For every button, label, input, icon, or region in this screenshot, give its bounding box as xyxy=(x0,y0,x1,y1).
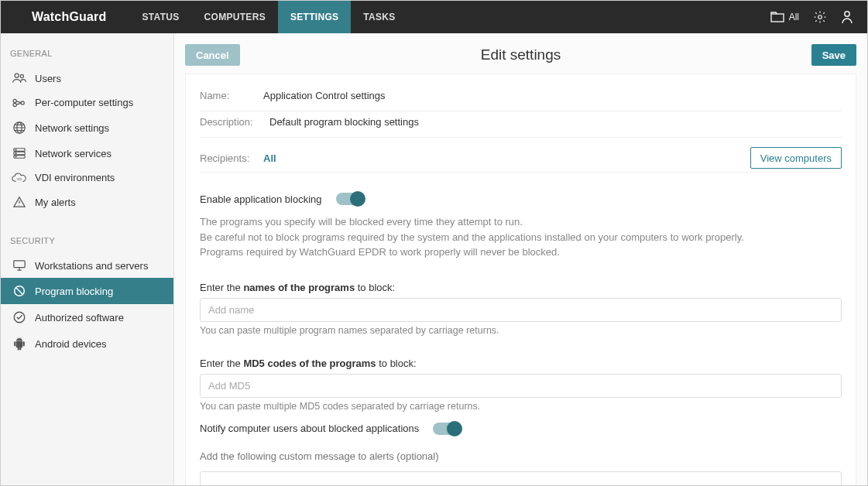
page-title: Edit settings xyxy=(481,46,561,63)
svg-rect-0 xyxy=(771,14,784,22)
nav-computers[interactable]: COMPUTERS xyxy=(192,1,278,33)
program-names-input[interactable] xyxy=(200,298,842,322)
sidebar-label: Workstations and servers xyxy=(35,260,148,272)
content-header: Cancel Edit settings Save xyxy=(185,43,856,67)
save-button[interactable]: Save xyxy=(811,44,856,66)
meta-name-row: Name: Application Control settings xyxy=(200,85,842,111)
topbar-right: All xyxy=(770,10,853,24)
svg-point-6 xyxy=(13,103,16,106)
program-names-block: Enter the names of the programs to block… xyxy=(200,282,842,336)
alert-icon xyxy=(12,196,27,208)
sidebar-item-my-alerts[interactable]: My alerts xyxy=(1,190,173,214)
settings-panel: Name: Application Control settings Descr… xyxy=(185,74,856,485)
sidebar-item-android[interactable]: Android devices xyxy=(1,330,173,357)
folder-icon xyxy=(770,12,784,22)
link-icon xyxy=(12,98,27,108)
help-line-2: Be careful not to block programs require… xyxy=(200,230,842,245)
sidebar-label: Network services xyxy=(35,148,112,159)
user-icon xyxy=(841,10,853,24)
sidebar-label: Users xyxy=(35,73,61,84)
sidebar-section-security: SECURITY xyxy=(1,231,173,253)
sidebar-label: Authorized software xyxy=(35,312,124,323)
enable-blocking-label: Enable application blocking xyxy=(200,193,322,205)
notify-label: Notify computer users about blocked appl… xyxy=(200,423,419,434)
nav-settings[interactable]: SETTINGS xyxy=(278,1,351,33)
sidebar-label: Android devices xyxy=(35,338,107,350)
globe-icon xyxy=(12,121,27,135)
svg-rect-17 xyxy=(14,261,25,268)
sidebar-label: Program blocking xyxy=(35,286,113,297)
svg-point-4 xyxy=(20,74,23,77)
meta-recip-row: Recipients: All View computers xyxy=(200,138,842,173)
sidebar-item-network-settings[interactable]: Network settings xyxy=(1,115,173,141)
sidebar-label: My alerts xyxy=(35,197,76,208)
sidebar-label: Per-computer settings xyxy=(35,97,133,108)
svg-point-19 xyxy=(14,312,25,323)
sidebar-item-users[interactable]: Users xyxy=(1,66,173,91)
cloud-vdi-icon: VDI xyxy=(12,173,27,183)
md5-label: Enter the MD5 codes of the programs to b… xyxy=(200,358,842,369)
scope-label: All xyxy=(789,12,799,22)
program-names-hint: You can paste multiple program names sep… xyxy=(200,325,842,336)
android-icon xyxy=(12,337,27,351)
gear-icon xyxy=(813,10,827,24)
svg-point-7 xyxy=(21,101,24,104)
monitor-icon xyxy=(12,259,27,272)
svg-point-2 xyxy=(845,12,849,16)
sidebar-label: Network settings xyxy=(35,122,109,134)
server-icon xyxy=(12,147,27,159)
notify-toggle[interactable] xyxy=(433,423,461,435)
desc-value[interactable]: Default program blocking settings xyxy=(269,116,419,128)
svg-point-15 xyxy=(15,156,16,157)
block-icon xyxy=(12,284,27,298)
help-line-1: The programs you specify will be blocked… xyxy=(200,214,842,230)
topbar: WatchGuard STATUS COMPUTERS SETTINGS TAS… xyxy=(1,1,867,33)
svg-text:VDI: VDI xyxy=(17,177,22,181)
name-label: Name: xyxy=(200,90,263,101)
name-value[interactable]: Application Control settings xyxy=(263,90,386,101)
svg-point-5 xyxy=(13,99,16,102)
svg-point-1 xyxy=(818,15,822,19)
sidebar-item-program-blocking[interactable]: Program blocking xyxy=(1,278,173,304)
sidebar: GENERAL Users Per-computer settings Netw… xyxy=(1,33,174,485)
cancel-button[interactable]: Cancel xyxy=(185,44,240,66)
users-icon xyxy=(12,72,27,84)
blocking-help-text: The programs you specify will be blocked… xyxy=(200,214,842,260)
sidebar-label: VDI environments xyxy=(35,172,115,183)
user-menu[interactable] xyxy=(841,10,853,24)
recip-label: Recipients: xyxy=(200,152,263,164)
scope-selector[interactable]: All xyxy=(770,12,799,22)
custom-message-input[interactable] xyxy=(200,471,842,486)
desc-label: Description: xyxy=(200,116,269,128)
svg-point-13 xyxy=(15,149,16,150)
nav-tasks[interactable]: TASKS xyxy=(351,1,407,33)
enable-blocking-toggle[interactable] xyxy=(336,193,364,205)
sidebar-item-authorized-software[interactable]: Authorized software xyxy=(1,304,173,330)
content: Cancel Edit settings Save Name: Applicat… xyxy=(174,33,867,485)
custom-message-block: Add the following custom message to aler… xyxy=(200,450,842,486)
program-names-label: Enter the names of the programs to block… xyxy=(200,282,842,293)
md5-hint: You can paste multiple MD5 codes separat… xyxy=(200,401,842,412)
sidebar-item-network-services[interactable]: Network services xyxy=(1,141,173,166)
sidebar-item-vdi[interactable]: VDI VDI environments xyxy=(1,166,173,190)
meta-desc-row: Description: Default program blocking se… xyxy=(200,111,842,138)
sidebar-section-general: GENERAL xyxy=(1,44,173,66)
enable-blocking-block: Enable application blocking The programs… xyxy=(200,193,842,260)
settings-gear[interactable] xyxy=(813,10,827,24)
custom-message-label: Add the following custom message to aler… xyxy=(200,450,842,462)
notify-row: Notify computer users about blocked appl… xyxy=(200,423,842,435)
check-circle-icon xyxy=(12,310,27,324)
recip-value[interactable]: All xyxy=(263,152,276,164)
sidebar-item-per-computer[interactable]: Per-computer settings xyxy=(1,91,173,115)
help-line-3: Programs required by WatchGuard EPDR to … xyxy=(200,245,842,260)
sidebar-item-workstations[interactable]: Workstations and servers xyxy=(1,253,173,278)
nav-status[interactable]: STATUS xyxy=(130,1,192,33)
nav-tabs: STATUS COMPUTERS SETTINGS TASKS xyxy=(130,1,408,33)
view-computers-button[interactable]: View computers xyxy=(750,147,842,169)
md5-block: Enter the MD5 codes of the programs to b… xyxy=(200,358,842,412)
svg-point-14 xyxy=(15,152,16,153)
md5-input[interactable] xyxy=(200,374,842,398)
svg-point-3 xyxy=(15,74,19,77)
brand-logo: WatchGuard xyxy=(1,10,130,24)
